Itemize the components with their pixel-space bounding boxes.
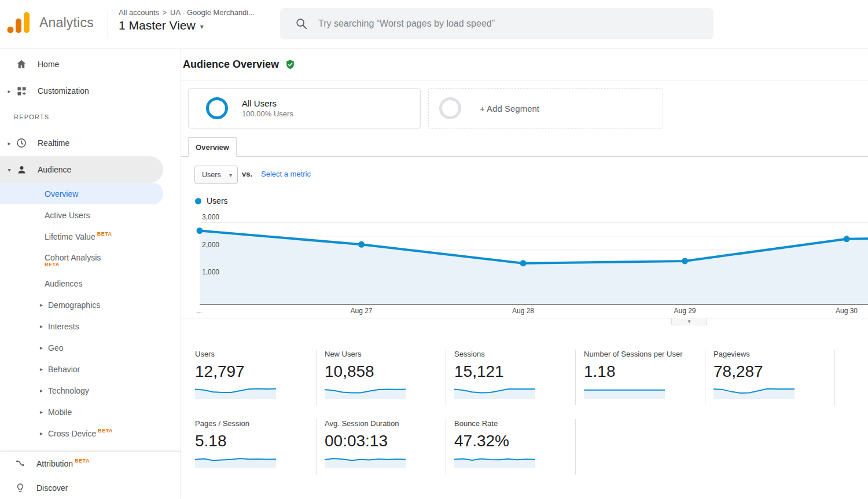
chevron-right-icon: ▸	[40, 323, 48, 329]
sidebar-item-realtime[interactable]: ▸Realtime	[0, 130, 181, 156]
sidebar-item-label: Realtime	[38, 138, 69, 148]
breadcrumb-separator: >	[163, 9, 167, 17]
sidebar-item-label: Technology	[48, 386, 89, 395]
metric-sparkline	[195, 381, 276, 399]
sidebar-item-interests[interactable]: ▸Interests	[0, 315, 181, 337]
sidebar-item-geo[interactable]: ▸Geo	[0, 337, 181, 358]
metric-sparkline	[713, 381, 795, 399]
metrics-row-1: Users12,797New Users10,858Sessions15,121…	[187, 350, 835, 405]
metric-sparkline	[325, 451, 406, 468]
sidebar-item-customization[interactable]: ▸Customization	[0, 78, 181, 104]
sidebar-item-label: Demographics	[48, 300, 100, 310]
analytics-logo[interactable]: Analytics	[7, 12, 94, 34]
metric-value: 12,797	[195, 362, 316, 381]
chart-collapse-handle[interactable]: ▼	[671, 318, 707, 325]
chevron-right-icon: ▸	[40, 302, 48, 308]
x-axis-tick: ...	[196, 307, 202, 315]
analytics-logo-icon	[7, 12, 31, 34]
sidebar-item-custom[interactable]: ▸Custom	[0, 444, 181, 451]
metric-label[interactable]: Pages / Session	[195, 419, 316, 428]
breadcrumb-all-accounts[interactable]: All accounts	[119, 8, 159, 17]
metric-label[interactable]: Number of Sessions per User	[584, 350, 705, 358]
metric-sparkline	[325, 381, 406, 399]
search-input[interactable]	[318, 19, 689, 29]
sidebar-item-label: Cohort Analysis	[45, 253, 101, 262]
metric-card-pageviews: Pageviews78,287	[705, 350, 835, 405]
breadcrumb: All accounts > UA - Google Merchandi... …	[119, 8, 255, 32]
attribution-icon	[14, 458, 27, 469]
sidebar-item-active-users[interactable]: Active Users	[0, 204, 181, 226]
chevron-right-icon: ▸	[40, 387, 48, 394]
tab-bar-line	[181, 156, 868, 157]
segment-all-users[interactable]: All Users 100.00% Users	[188, 88, 421, 129]
chevron-right-icon: ▸	[40, 366, 48, 372]
sidebar-item-home[interactable]: Home	[0, 51, 181, 78]
metric-card-new-users: New Users10,858	[317, 350, 446, 405]
page-title-row: Audience Overview	[181, 49, 868, 80]
sidebar-item-label: Active Users	[45, 211, 90, 220]
sidebar-item-cohort-analysis[interactable]: Cohort AnalysisBETA	[0, 247, 181, 273]
metric-value: 15,121	[454, 362, 575, 381]
sidebar-item-attribution[interactable]: AttributionBETA	[0, 452, 181, 476]
sidebar-item-mobile[interactable]: ▸Mobile	[0, 401, 181, 423]
chart-x-axis: ...Aug 27Aug 28Aug 29Aug 30	[200, 307, 868, 316]
sidebar-item-label: Cross Device	[48, 429, 96, 438]
select-metric-link[interactable]: Select a metric	[261, 170, 311, 178]
metric-sparkline	[584, 381, 665, 399]
chevron-down-icon: ▼	[687, 319, 692, 324]
sidebar-item-label: Overview	[45, 189, 78, 199]
segment-ring-icon	[206, 97, 228, 119]
vs-label: vs.	[242, 170, 252, 178]
legend-label: Users	[207, 196, 228, 206]
beta-badge: BETA	[45, 262, 60, 267]
sidebar-item-audience[interactable]: ▾Audience	[0, 156, 163, 183]
sidebar-item-label: Discover	[36, 483, 68, 493]
sidebar-item-technology[interactable]: ▸Technology	[0, 380, 181, 401]
sidebar-item-cross-device[interactable]: ▸Cross DeviceBETA	[0, 423, 181, 444]
x-axis-tick: Aug 30	[836, 307, 858, 315]
metric-label[interactable]: Sessions	[454, 350, 575, 358]
metric-value: 10,858	[325, 362, 446, 381]
sidebar-item-label: Interests	[48, 322, 79, 331]
chart-bottom-rule	[181, 318, 868, 318]
metric-card-avg-session-duration: Avg. Session Duration00:03:13	[317, 419, 446, 475]
sidebar-item-label: Geo	[48, 343, 63, 353]
metric-dropdown-value: Users	[202, 171, 221, 179]
chevron-right-icon: ▸	[40, 409, 48, 415]
metric-dropdown[interactable]: Users ▾	[194, 166, 238, 184]
breadcrumb-property[interactable]: UA - Google Merchandi...	[170, 8, 255, 17]
metric-label[interactable]: New Users	[325, 350, 446, 358]
beta-badge: BETA	[75, 458, 90, 464]
sidebar-item-behavior[interactable]: ▸Behavior	[0, 358, 181, 380]
search-bar[interactable]	[280, 8, 713, 39]
sidebar-section-reports: REPORTS	[0, 104, 181, 130]
customization-icon	[15, 86, 28, 97]
product-name: Analytics	[39, 15, 94, 31]
metric-sparkline	[195, 451, 276, 468]
sidebar-item-demographics[interactable]: ▸Demographics	[0, 294, 181, 315]
metric-card-bounce-rate: Bounce Rate47.32%	[446, 419, 576, 475]
metric-label[interactable]: Bounce Rate	[454, 419, 575, 428]
x-axis-tick: Aug 29	[674, 307, 696, 315]
metric-sparkline	[454, 451, 535, 468]
metric-label[interactable]: Users	[195, 350, 316, 358]
sidebar-item-audiences[interactable]: Audiences	[0, 273, 181, 294]
metric-card-number-of-sessions-per-user: Number of Sessions per User1.18	[576, 350, 705, 405]
sidebar-item-lifetime-value[interactable]: Lifetime ValueBETA	[0, 226, 181, 247]
metric-sparkline	[454, 381, 535, 399]
metric-label[interactable]: Pageviews	[713, 350, 834, 358]
sidebar-item-discover[interactable]: Discover	[0, 476, 181, 499]
view-selector[interactable]: 1 Master View ▾	[119, 19, 255, 32]
chevron-right-icon: ▸	[40, 344, 48, 351]
x-axis-tick: Aug 27	[350, 307, 372, 315]
realtime-icon	[15, 137, 28, 149]
add-segment-button[interactable]: + Add Segment	[428, 88, 663, 129]
metric-label[interactable]: Avg. Session Duration	[325, 419, 446, 428]
sidebar-item-overview[interactable]: Overview	[0, 183, 163, 204]
app-header: Analytics All accounts > UA - Google Mer…	[0, 0, 868, 49]
sidebar-item-label: Audiences	[45, 279, 82, 288]
tab-overview[interactable]: Overview	[188, 137, 237, 157]
verified-shield-icon[interactable]	[285, 59, 296, 70]
metric-value: 5.18	[195, 432, 316, 450]
users-over-time-chart[interactable]	[200, 214, 868, 305]
